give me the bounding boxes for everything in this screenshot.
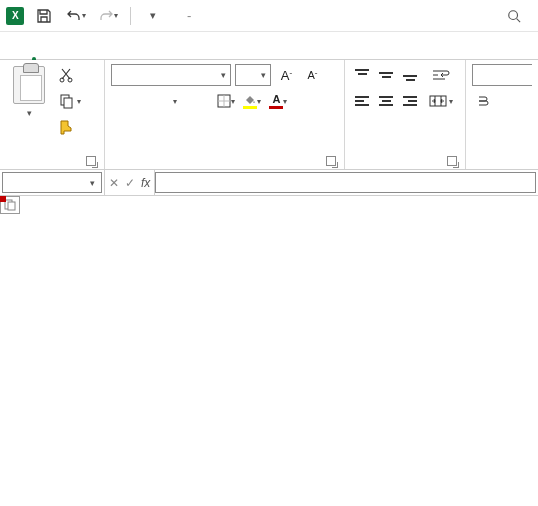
- ribbon-tabs: [0, 32, 538, 60]
- font-launcher-icon[interactable]: [326, 156, 338, 168]
- borders-button[interactable]: ▾: [215, 90, 237, 112]
- bold-button[interactable]: [111, 90, 133, 112]
- format-painter-button[interactable]: [56, 116, 94, 138]
- excel-app-icon: X: [6, 7, 24, 25]
- insert-function-icon[interactable]: fx: [141, 176, 150, 190]
- group-label-number: [472, 151, 532, 169]
- number-format-combo[interactable]: [472, 64, 532, 86]
- font-size-combo[interactable]: ▾: [235, 64, 271, 86]
- clipboard-icon: [13, 66, 45, 104]
- formula-bar-buttons: ✕ ✓ fx: [105, 170, 154, 195]
- search-icon[interactable]: [500, 3, 528, 29]
- alignment-launcher-icon[interactable]: [447, 156, 459, 168]
- align-middle-button[interactable]: [375, 64, 397, 86]
- svg-rect-4: [64, 98, 72, 108]
- tab-layout[interactable]: [64, 32, 84, 60]
- window-title: -: [187, 8, 191, 23]
- tab-insert[interactable]: [44, 32, 64, 60]
- group-label-clipboard: [6, 151, 98, 169]
- copy-button[interactable]: ▾: [56, 90, 94, 112]
- strikethrough-button[interactable]: [189, 90, 211, 112]
- group-label-alignment: [351, 151, 459, 169]
- wrap-text-button[interactable]: [427, 64, 455, 86]
- svg-rect-8: [8, 202, 15, 210]
- tab-formulas[interactable]: [84, 32, 104, 60]
- group-font: ▾ ▾ Aˆ Aˇ ▾ ▾ ▾ A▾: [105, 60, 345, 169]
- align-left-button[interactable]: [351, 90, 373, 112]
- merge-cells-button[interactable]: ▾: [427, 90, 455, 112]
- group-label-font: [111, 151, 338, 169]
- tab-file[interactable]: [4, 32, 24, 60]
- tab-data[interactable]: [104, 32, 124, 60]
- font-name-combo[interactable]: ▾: [111, 64, 231, 86]
- align-bottom-button[interactable]: [399, 64, 421, 86]
- tab-review[interactable]: [124, 32, 144, 60]
- formula-bar[interactable]: [155, 172, 536, 193]
- quick-access-toolbar: ▾ ▾ ▾: [30, 3, 167, 29]
- fill-color-button[interactable]: ▾: [241, 90, 263, 112]
- cancel-formula-icon[interactable]: ✕: [109, 176, 119, 190]
- paste-button[interactable]: ▾: [6, 64, 52, 118]
- ribbon: ▾ ▾ ▾ ▾: [0, 60, 538, 170]
- save-button[interactable]: [30, 3, 58, 29]
- group-number: [466, 60, 538, 169]
- accept-formula-icon[interactable]: ✓: [125, 176, 135, 190]
- formula-bar-row: ▾ ✕ ✓ fx: [0, 170, 538, 196]
- align-right-button[interactable]: [399, 90, 421, 112]
- increase-font-button[interactable]: Aˆ: [275, 64, 297, 86]
- italic-button[interactable]: [137, 90, 159, 112]
- font-color-button[interactable]: A▾: [267, 90, 289, 112]
- cut-button[interactable]: [56, 64, 94, 86]
- currency-button[interactable]: [472, 90, 494, 112]
- underline-button[interactable]: ▾: [163, 90, 185, 112]
- fill-handle-icon[interactable]: [0, 196, 6, 202]
- name-box[interactable]: ▾: [2, 172, 102, 193]
- group-alignment: ▾: [345, 60, 466, 169]
- clipboard-launcher-icon[interactable]: [86, 156, 98, 168]
- title-bar: X ▾ ▾ ▾ -: [0, 0, 538, 32]
- qat-customize-button[interactable]: ▾: [139, 3, 167, 29]
- align-center-button[interactable]: [375, 90, 397, 112]
- tab-home[interactable]: [24, 32, 44, 60]
- decrease-font-button[interactable]: Aˇ: [301, 64, 323, 86]
- redo-button[interactable]: ▾: [94, 3, 122, 29]
- undo-button[interactable]: ▾: [62, 3, 90, 29]
- group-clipboard: ▾ ▾: [0, 60, 105, 169]
- align-top-button[interactable]: [351, 64, 373, 86]
- svg-point-0: [509, 10, 518, 19]
